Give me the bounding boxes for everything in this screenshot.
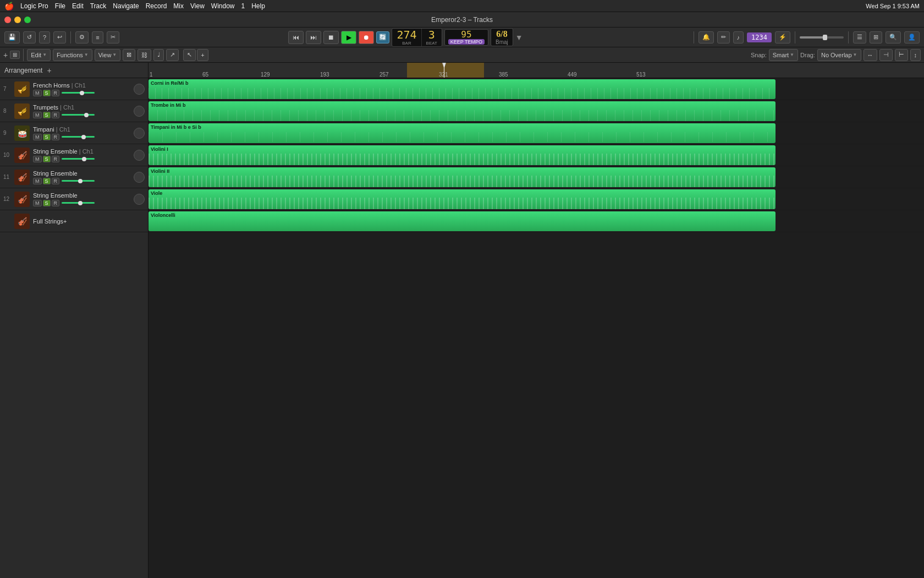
fader-8[interactable]: [62, 114, 95, 116]
solo-7[interactable]: S: [43, 90, 51, 96]
lane-timpani[interactable]: Timpani in Mi b e Si b: [148, 122, 924, 144]
rec-12[interactable]: R: [52, 200, 60, 206]
pointer-tool[interactable]: ↖: [183, 49, 196, 61]
lane-violini1[interactable]: Violini I: [148, 144, 924, 166]
toolbar-tuner[interactable]: ♪: [733, 31, 744, 43]
align-tool[interactable]: ⊣: [879, 49, 893, 61]
apple-menu[interactable]: 🍎: [4, 2, 14, 10]
fader-7[interactable]: [62, 92, 95, 94]
tracks-view-btn[interactable]: View ▼: [95, 49, 121, 61]
lane-trombe[interactable]: Trombe in Mi b: [148, 100, 924, 122]
lane-viole[interactable]: Viole: [148, 188, 924, 210]
tracks-functions-btn[interactable]: Functions ▼: [53, 49, 92, 61]
solo-11[interactable]: S: [43, 178, 51, 184]
toolbar-mixer[interactable]: ≡: [92, 31, 103, 43]
play-button[interactable]: ▶: [341, 31, 356, 44]
region-corni[interactable]: Corni in Re/Mi b: [148, 79, 776, 99]
toolbar-settings[interactable]: ⚙: [75, 31, 89, 43]
time-signature[interactable]: 6/8 Bmaj: [491, 28, 513, 46]
master-fader[interactable]: [800, 36, 844, 39]
fader-10[interactable]: [62, 158, 95, 160]
mute-9[interactable]: M: [33, 134, 42, 140]
loop-button[interactable]: 🔄: [376, 31, 389, 43]
menu-file[interactable]: File: [55, 2, 65, 10]
fader-11[interactable]: [62, 180, 95, 182]
track-item-7[interactable]: 7 🎺 French Horns | Ch1 M S R: [0, 78, 148, 100]
forward-button[interactable]: ⏭: [306, 31, 321, 44]
menu-mix[interactable]: Mix: [173, 2, 184, 10]
close-button[interactable]: [4, 17, 11, 23]
track-item-9[interactable]: 9 🥁 Timpani | Ch1 M S R: [0, 122, 148, 144]
lane-violini2[interactable]: Violini II: [148, 166, 924, 188]
rec-8[interactable]: R: [52, 112, 60, 118]
mute-11[interactable]: M: [33, 178, 42, 184]
stop-button[interactable]: ⏹: [323, 31, 339, 44]
pan-12[interactable]: [134, 194, 145, 205]
toolbar-search[interactable]: 🔍: [886, 31, 901, 43]
record-button[interactable]: ⏺: [359, 31, 374, 44]
position-display[interactable]: 274 BAR 3 BEAT: [392, 28, 442, 47]
menu-view[interactable]: View: [190, 2, 205, 10]
pan-8[interactable]: [134, 106, 145, 117]
menu-navigate[interactable]: Navigate: [113, 2, 139, 10]
menu-help[interactable]: Help: [251, 2, 265, 10]
region-violoncelli[interactable]: Violoncelli: [148, 211, 776, 231]
track-item-10[interactable]: 10 🎻 String Ensemble | Ch1 M S R: [0, 144, 148, 166]
toolbar-pencil[interactable]: ✏: [717, 31, 730, 43]
minimize-button[interactable]: [14, 17, 21, 23]
menu-record[interactable]: Record: [146, 2, 167, 10]
tracks-content[interactable]: Corni in Re/Mi b Trombe in Mi b Timpani …: [148, 78, 924, 578]
rec-7[interactable]: R: [52, 90, 60, 96]
toolbar-save[interactable]: 💾: [4, 31, 20, 43]
tempo-display[interactable]: 95 KEEP TEMPO: [444, 29, 488, 46]
rec-9[interactable]: R: [52, 134, 60, 140]
track-item-fullstrings[interactable]: 🎻 Full Strings+: [0, 210, 148, 232]
toolbar-grid[interactable]: ⊞: [870, 31, 882, 43]
toolbar-help[interactable]: ?: [39, 31, 50, 43]
pan-10[interactable]: [134, 150, 145, 161]
menu-1[interactable]: 1: [241, 2, 245, 10]
lane-corni[interactable]: Corni in Re/Mi b: [148, 78, 924, 100]
fader-12[interactable]: [62, 202, 95, 204]
toolbar-scissors[interactable]: ✂: [107, 31, 119, 43]
mute-12[interactable]: M: [33, 200, 42, 206]
menu-edit[interactable]: Edit: [72, 2, 84, 10]
region-violini1[interactable]: Violini I: [148, 145, 776, 165]
mute-7[interactable]: M: [33, 90, 42, 96]
mute-8[interactable]: M: [33, 112, 42, 118]
sig-arrow[interactable]: ▼: [515, 33, 523, 42]
track-item-8[interactable]: 8 🎺 Trumpets | Ch1 M S R: [0, 100, 148, 122]
fader-9[interactable]: [62, 136, 95, 138]
track-item-12[interactable]: 12 🎻 String Ensemble M S R: [0, 188, 148, 210]
tracks-edit-btn[interactable]: Edit ▼: [27, 49, 51, 61]
tracks-midi-btn[interactable]: ⊠: [123, 49, 135, 61]
plus-tool[interactable]: +: [197, 49, 208, 61]
toolbar-list[interactable]: ☰: [853, 31, 866, 43]
toolbar-metronome[interactable]: 🔔: [698, 31, 714, 43]
toolbar-undo[interactable]: ↩: [53, 31, 66, 43]
solo-12[interactable]: S: [43, 200, 51, 206]
rewind-button[interactable]: ⏮: [288, 31, 304, 44]
track-item-11[interactable]: 11 🎻 String Ensemble M S R: [0, 166, 148, 188]
solo-8[interactable]: S: [43, 112, 51, 118]
pan-9[interactable]: [134, 128, 145, 139]
pan-11[interactable]: [134, 172, 145, 183]
menu-track[interactable]: Track: [90, 2, 107, 10]
region-violini2[interactable]: Violini II: [148, 167, 776, 187]
menu-logicpro[interactable]: Logic Pro: [20, 2, 48, 10]
toolbar-loop[interactable]: ↺: [23, 31, 36, 43]
lane-violoncelli[interactable]: Violoncelli: [148, 210, 924, 232]
snap-value[interactable]: Smart ▼: [769, 49, 798, 61]
region-trombe[interactable]: Trombe in Mi b: [148, 101, 776, 121]
add-track-icon[interactable]: +: [47, 66, 51, 75]
mute-10[interactable]: M: [33, 156, 42, 162]
group-btn[interactable]: ⊞: [10, 51, 20, 59]
region-viole[interactable]: Viole: [148, 189, 776, 209]
zoom-tool[interactable]: ↕: [910, 49, 921, 61]
trim-tool[interactable]: ⊢: [895, 49, 908, 61]
maximize-button[interactable]: [24, 17, 31, 23]
solo-9[interactable]: S: [43, 134, 51, 140]
tracks-arrow-btn[interactable]: ↗: [166, 49, 179, 61]
region-timpani[interactable]: Timpani in Mi b e Si b: [148, 123, 776, 143]
rec-11[interactable]: R: [52, 178, 60, 184]
